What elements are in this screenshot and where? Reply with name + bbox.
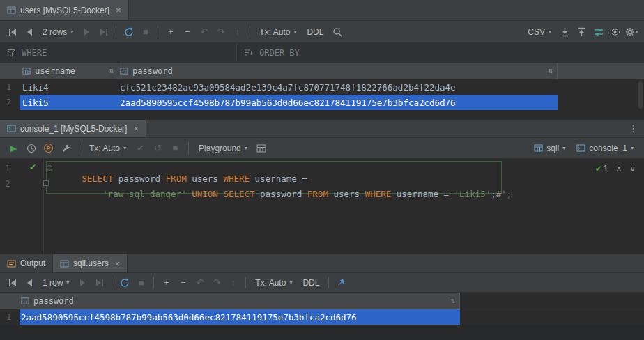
close-icon[interactable]: × — [115, 259, 121, 268]
tab-users-data[interactable]: users [MySQL5-Docker] × — [0, 0, 129, 20]
order-by-icon — [244, 49, 253, 56]
submit-changes-button[interactable]: ↑ — [229, 24, 245, 40]
table-row[interactable]: 1 Liki4 cfc521c23482ac93a09584ad2e139c4a… — [0, 79, 644, 95]
add-row-button[interactable]: + — [162, 24, 178, 40]
stop-button[interactable]: ■ — [133, 275, 149, 291]
page-size-dropdown[interactable]: 1 row▾ — [38, 275, 74, 291]
profile-badge-icon[interactable]: P — [40, 141, 56, 156]
users-data-grid: username ⇅ password ⇅ 1 Liki4 cfc521c234… — [0, 63, 644, 120]
up-arrow-icon: ↑ — [236, 26, 240, 37]
sort-icon[interactable]: ⇅ — [548, 66, 553, 75]
undo-icon: ↶ — [200, 26, 208, 37]
close-icon[interactable]: × — [116, 6, 121, 15]
column-header-password[interactable]: password ⇅ — [20, 293, 460, 309]
cell-username[interactable]: Liki4 — [20, 79, 118, 95]
tab-label: console_1 [MySQL5-Docker] — [20, 124, 127, 134]
table-row[interactable]: 2 Liki5 2aad5890595ccf4598b787b99ab563d0… — [0, 95, 644, 110]
next-result-icon[interactable]: ∨ — [629, 164, 636, 173]
execution-history-icon[interactable] — [23, 141, 39, 156]
sql-line[interactable]: 'raw_sql_danger' UNION SELECT password F… — [50, 178, 512, 210]
table-row[interactable]: 1 2aad5890595ccf4598b787b99ab563d0d66ec8… — [0, 309, 644, 325]
redo-button[interactable]: ↷ — [208, 275, 224, 291]
toolbar-divider — [158, 26, 158, 38]
session-dropdown[interactable]: console_1 ▾ — [572, 141, 638, 156]
kebab-menu-icon[interactable]: ⋮ — [625, 121, 641, 137]
column-label: password — [132, 66, 173, 76]
delete-row-button[interactable]: − — [179, 24, 195, 40]
tx-mode-label: Tx: Auto — [259, 27, 290, 37]
close-icon[interactable]: × — [133, 124, 139, 133]
tx-mode-dropdown[interactable]: Tx: Auto▾ — [84, 141, 131, 156]
cell-password[interactable]: 2aad5890595ccf4598b787b99ab563d0d66ec821… — [20, 309, 460, 325]
sort-icon[interactable]: ⇅ — [109, 66, 114, 75]
console-tabbar: console_1 [MySQL5-Docker] × ⋮ — [0, 120, 644, 138]
ddl-button[interactable]: DDL — [298, 275, 324, 291]
page-size-dropdown[interactable]: 2 rows▾ — [38, 24, 78, 40]
row-number: 1 — [0, 309, 20, 325]
submit-changes-button[interactable]: ↑ — [225, 275, 241, 291]
last-page-button[interactable] — [91, 275, 107, 291]
sql-editor[interactable]: 1 2 ✔ SELECT password FROM users WHERE u… — [0, 159, 644, 254]
pin-tab-icon[interactable] — [333, 275, 349, 291]
page-size-label: 2 rows — [43, 27, 67, 37]
view-options-eye-icon[interactable] — [607, 24, 623, 40]
execute-button[interactable]: ▶ — [6, 141, 22, 156]
first-page-button[interactable] — [4, 275, 20, 291]
redo-button[interactable]: ↷ — [213, 24, 229, 40]
tab-output[interactable]: Output — [0, 254, 53, 272]
vertical-scrollbar[interactable] — [638, 81, 643, 109]
last-page-button[interactable] — [95, 24, 112, 40]
column-header-password[interactable]: password ⇅ — [118, 63, 558, 79]
view-as-table-icon[interactable] — [254, 141, 270, 156]
tx-mode-dropdown[interactable]: Tx: Auto▾ — [250, 275, 297, 291]
wrench-settings-icon[interactable] — [58, 141, 74, 156]
next-page-button[interactable] — [79, 24, 95, 40]
reload-data-button[interactable] — [116, 275, 132, 291]
column-header-username[interactable]: username ⇅ — [20, 63, 118, 79]
where-filter-input[interactable]: WHERE — [0, 43, 237, 62]
stop-button[interactable]: ■ — [137, 24, 153, 40]
commit-button[interactable]: ✔ — [132, 141, 148, 156]
playground-mode-dropdown[interactable]: Playground▾ — [194, 141, 252, 156]
tx-mode-label: Tx: Auto — [255, 278, 286, 288]
rollback-button[interactable]: ↺ — [150, 141, 166, 156]
order-by-input[interactable]: ORDER BY — [237, 43, 307, 62]
schema-dropdown[interactable]: sqli ▾ — [529, 141, 570, 156]
tx-mode-dropdown[interactable]: Tx: Auto▾ — [254, 24, 301, 40]
previous-page-button[interactable] — [21, 24, 37, 40]
column-icon — [120, 67, 128, 75]
fold-marker-icon[interactable] — [43, 180, 49, 186]
reload-data-button[interactable] — [121, 24, 137, 40]
previous-page-button[interactable] — [21, 275, 37, 291]
stop-button[interactable]: ■ — [167, 141, 183, 156]
export-data-icon[interactable] — [557, 24, 573, 40]
ide-window: users [MySQL5-Docker] × 2 rows▾ ■ + − ↶ … — [0, 0, 644, 340]
cell-password[interactable]: cfc521c23482ac93a09584ad2e139c4a7fc87077… — [118, 79, 558, 95]
search-icon[interactable] — [329, 24, 345, 40]
next-page-button[interactable] — [75, 275, 91, 291]
data-extractor-icon[interactable] — [590, 24, 606, 40]
cell-password[interactable]: 2aad5890595ccf4598b787b99ab563d0d66ec821… — [118, 95, 558, 110]
add-row-button[interactable]: + — [158, 275, 174, 291]
export-format-dropdown[interactable]: CSV▾ — [523, 24, 556, 40]
tab-result-grid[interactable]: sqli.users × — [53, 254, 128, 272]
revert-button[interactable]: ↶ — [196, 24, 212, 40]
column-icon — [22, 67, 31, 75]
column-icon — [21, 297, 29, 305]
tab-console[interactable]: console_1 [MySQL5-Docker] × — [0, 120, 146, 137]
column-label: password — [33, 296, 74, 306]
sql-token: ; — [491, 189, 496, 199]
minus-icon: − — [185, 26, 190, 37]
result-count: 1 — [604, 164, 608, 173]
cell-username[interactable]: Liki5 — [20, 95, 118, 110]
row-filler — [460, 309, 644, 325]
delete-row-button[interactable]: − — [175, 275, 191, 291]
grid-header-row: password ⇅ — [0, 293, 644, 309]
ddl-button[interactable]: DDL — [302, 24, 328, 40]
settings-gear-icon[interactable]: ▾ — [624, 24, 640, 40]
revert-button[interactable]: ↶ — [192, 275, 208, 291]
first-page-button[interactable] — [4, 24, 20, 40]
import-data-icon[interactable] — [574, 24, 590, 40]
previous-result-icon[interactable]: ∧ — [615, 164, 622, 173]
sort-icon[interactable]: ⇅ — [450, 296, 455, 305]
